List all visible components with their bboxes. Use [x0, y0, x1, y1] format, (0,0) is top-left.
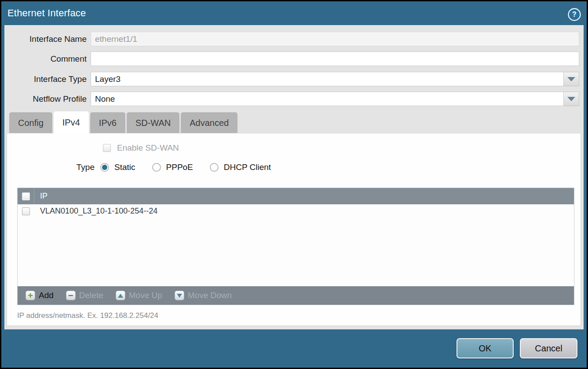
move-down-button: Move Down	[171, 288, 236, 303]
enable-sdwan-checkbox	[103, 144, 111, 152]
type-row: Type Static PPPoE DHCP Client	[7, 162, 288, 172]
interface-name-input	[91, 32, 579, 46]
comment-row: Comment	[4, 52, 584, 66]
radio-dhcp-client[interactable]: DHCP Client	[210, 162, 271, 172]
dialog-title: Ethernet Interface	[1, 7, 86, 19]
column-header-ip: IP	[34, 192, 47, 201]
row-checkbox-cell	[18, 207, 34, 215]
cancel-button[interactable]: Cancel	[520, 338, 577, 358]
table-row[interactable]: VLAN0100_L3_10-1-100-254--24	[18, 204, 574, 218]
dialog-content: Interface Name Comment Interface Type Ne…	[4, 25, 584, 329]
arrow-up-icon	[116, 291, 125, 300]
move-down-button-label: Move Down	[188, 291, 232, 300]
chevron-down-icon	[567, 77, 575, 81]
tab-advanced[interactable]: Advanced	[181, 112, 237, 134]
ethernet-interface-dialog: Ethernet Interface ? Interface Name Comm…	[1, 1, 587, 368]
interface-name-label: Interface Name	[4, 34, 91, 44]
select-all-checkbox[interactable]	[22, 192, 30, 200]
radio-icon	[210, 163, 219, 172]
row-checkbox[interactable]	[22, 207, 30, 215]
type-label: Type	[7, 162, 100, 172]
netflow-profile-input[interactable]	[91, 92, 564, 106]
ip-format-hint: IP address/netmask. Ex. 192.168.2.254/24	[17, 311, 158, 320]
interface-type-input[interactable]	[91, 72, 564, 86]
radio-icon	[152, 163, 161, 172]
chevron-down-icon	[567, 97, 575, 101]
comment-label: Comment	[4, 54, 91, 64]
delete-button: − Delete	[62, 288, 107, 303]
ip-cell: VLAN0100_L3_10-1-100-254--24	[34, 207, 157, 216]
move-up-button-label: Move Up	[129, 291, 162, 300]
tab-config[interactable]: Config	[9, 112, 52, 134]
tab-bar: Config IPv4 IPv6 SD-WAN Advanced	[9, 111, 237, 134]
netflow-profile-dropdown-button[interactable]	[564, 92, 579, 106]
radio-static-label: Static	[114, 162, 135, 172]
help-icon[interactable]: ?	[568, 8, 581, 21]
radio-pppoe-label: PPPoE	[166, 162, 193, 172]
comment-input[interactable]	[91, 52, 579, 66]
interface-name-row: Interface Name	[4, 32, 584, 46]
move-up-button: Move Up	[112, 288, 166, 303]
dialog-titlebar: Ethernet Interface ?	[1, 1, 587, 25]
tab-ipv6[interactable]: IPv6	[90, 112, 125, 134]
enable-sdwan-label: Enable SD-WAN	[117, 143, 179, 153]
interface-type-dropdown-button[interactable]	[564, 72, 579, 86]
netflow-profile-label: Netflow Profile	[4, 94, 91, 104]
ip-table-body: VLAN0100_L3_10-1-100-254--24	[18, 204, 574, 286]
plus-icon: +	[26, 291, 35, 300]
radio-dhcp-client-label: DHCP Client	[224, 162, 271, 172]
netflow-profile-row: Netflow Profile	[4, 92, 584, 106]
table-toolbar: + Add − Delete Move Up Move Down	[18, 286, 574, 305]
ip-table-header: IP	[18, 188, 574, 204]
minus-icon: −	[66, 291, 76, 300]
interface-type-row: Interface Type	[4, 72, 584, 86]
ipv4-tab-panel: Enable SD-WAN Type Static PPPoE DHCP Cli…	[7, 133, 581, 326]
delete-button-label: Delete	[79, 291, 103, 300]
select-all-cell	[18, 188, 34, 204]
interface-type-label: Interface Type	[4, 74, 91, 84]
enable-sdwan-row: Enable SD-WAN	[103, 143, 179, 153]
tab-ipv4[interactable]: IPv4	[54, 111, 89, 134]
tab-sdwan[interactable]: SD-WAN	[127, 112, 179, 134]
arrow-down-icon	[175, 291, 184, 300]
add-button[interactable]: + Add	[22, 288, 58, 303]
radio-icon	[100, 163, 109, 172]
add-button-label: Add	[39, 291, 54, 300]
ip-table: IP VLAN0100_L3_10-1-100-254--24 + Add	[17, 188, 574, 305]
radio-static[interactable]: Static	[100, 162, 135, 172]
ok-button[interactable]: OK	[457, 338, 514, 358]
radio-pppoe[interactable]: PPPoE	[152, 162, 193, 172]
